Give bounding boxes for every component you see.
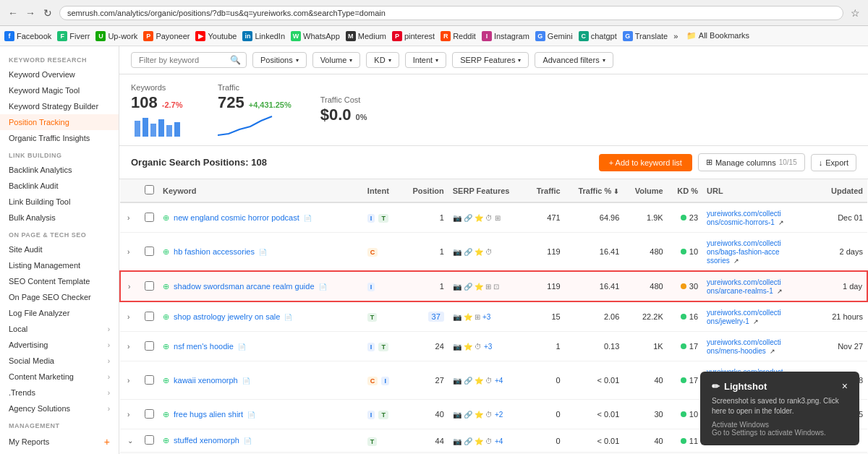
add-report-icon[interactable]: +	[104, 436, 110, 447]
keyword-filter-wrapper: 🔍	[131, 52, 247, 68]
bookmark-upwork[interactable]: U Up-work	[95, 31, 137, 41]
url-link[interactable]: yureiworks.com/collections/bags-fashion-…	[707, 239, 781, 265]
row-checkbox[interactable]	[145, 409, 154, 419]
bookmark-whatsapp[interactable]: W WhatsApp	[291, 31, 340, 41]
traffic-value: 725	[218, 93, 244, 112]
expand-row-button[interactable]: ›	[124, 213, 132, 223]
intent-badge-c: C	[367, 377, 378, 385]
collapse-row-button[interactable]: ⌄	[124, 435, 136, 446]
serp-feature-icon: 🔗	[464, 248, 472, 256]
forward-button[interactable]: →	[23, 6, 38, 20]
position-badge: 37	[428, 312, 444, 322]
sidebar-item-keyword-strategy[interactable]: Keyword Strategy Builder	[0, 98, 119, 114]
expand-row-button[interactable]: ›	[124, 312, 132, 322]
serp-features-cell: 📷 🔗 ⭐ ⏱ +2	[448, 400, 527, 429]
lightshot-title: ✏ Lightshot	[712, 381, 767, 392]
row-checkbox[interactable]	[145, 312, 154, 321]
expand-row-button[interactable]: ›	[124, 341, 132, 352]
bookmark-fiverr[interactable]: F Fiverr	[57, 31, 90, 41]
sidebar-item-agency-solutions[interactable]: Agency Solutions›	[0, 401, 119, 416]
volume-filter-button[interactable]: Volume ▾	[312, 52, 361, 68]
export-button[interactable]: ↓ Export	[811, 154, 856, 171]
positions-filter-button[interactable]: Positions ▾	[252, 52, 307, 68]
keyword-link[interactable]: hb fashion accessories	[174, 247, 255, 256]
sidebar-item-position-tracking[interactable]: Position Tracking	[0, 114, 119, 130]
browser-controls: ← → ↻	[6, 6, 55, 20]
bookmark-chatgpt[interactable]: C chatgpt	[579, 31, 617, 41]
row-checkbox[interactable]	[145, 281, 154, 291]
intent-filter-button[interactable]: Intent ▾	[405, 52, 447, 68]
select-all-checkbox[interactable]	[145, 185, 154, 194]
reload-button[interactable]: ↻	[41, 6, 55, 20]
bookmark-gemini[interactable]: G Gemini	[535, 31, 573, 41]
bookmark-linkedin[interactable]: in LinkedIn	[242, 31, 285, 41]
row-checkbox[interactable]	[145, 247, 154, 256]
advanced-filters-button[interactable]: Advanced filters ▾	[535, 52, 613, 68]
sidebar-item-bulk-analysis[interactable]: Bulk Analysis	[0, 210, 119, 226]
lightshot-popup: ✏ Lightshot × Screenshot is saved to ran…	[700, 372, 859, 445]
keyword-cell: ⊕ shop astrology jewelry on sale 📄	[158, 301, 363, 332]
bookmark-instagram[interactable]: I Instagram	[482, 31, 529, 41]
bookmark-pinterest[interactable]: P pinterest	[392, 31, 435, 41]
sidebar-item-log-file-analyzer[interactable]: Log File Analyzer	[0, 305, 119, 321]
sidebar-item-backlink-audit[interactable]: Backlink Audit	[0, 178, 119, 194]
expand-row-button[interactable]: ›	[125, 281, 133, 292]
col-intent: Intent	[363, 179, 401, 202]
sidebar-item-on-page-checker[interactable]: On Page SEO Checker	[0, 289, 119, 305]
sidebar-item-backlink-analytics[interactable]: Backlink Analytics	[0, 162, 119, 178]
url-link[interactable]: yureiworks.com/collections/cosmic-horror…	[707, 210, 781, 226]
bookmark-youtube[interactable]: ▶ Youtube	[195, 31, 237, 41]
fiverr-icon: F	[57, 31, 67, 41]
bookmark-all[interactable]: 📁 All Bookmarks	[686, 31, 749, 40]
manage-columns-button[interactable]: ⊞ Manage columns 10/15	[698, 153, 805, 171]
chatgpt-icon: C	[579, 31, 589, 41]
bookmark-facebook[interactable]: f Facebook	[4, 31, 51, 41]
sidebar-item-site-audit[interactable]: Site Audit	[0, 241, 119, 257]
bookmark-payoneer[interactable]: P Payoneer	[143, 31, 190, 41]
expand-row-button[interactable]: ›	[124, 375, 132, 386]
row-checkbox[interactable]	[145, 341, 154, 351]
keyword-link[interactable]: shop astrology jewelry on sale	[174, 312, 280, 321]
sidebar-item-local[interactable]: Local›	[0, 321, 119, 337]
sidebar-item-keyword-magic[interactable]: Keyword Magic Tool	[0, 82, 119, 98]
sidebar-item-social-media[interactable]: Social Media›	[0, 353, 119, 369]
kd-filter-button[interactable]: KD ▾	[366, 52, 399, 68]
bookmark-more[interactable]: »	[673, 32, 678, 40]
row-checkbox[interactable]	[145, 435, 154, 445]
keyword-cell: ⊕ hb fashion accessories 📄	[158, 233, 363, 272]
url-bar[interactable]: semrush.com/analytics/organic/positions/…	[59, 6, 843, 20]
sidebar-item-listing-management[interactable]: Listing Management	[0, 257, 119, 273]
add-keyword-button[interactable]: + Add to keyword list	[599, 154, 692, 171]
keyword-filter-input[interactable]	[131, 52, 247, 68]
expand-row-button[interactable]: ›	[124, 247, 132, 257]
bookmark-medium[interactable]: M Medium	[346, 31, 386, 41]
keyword-link[interactable]: stuffed xenomorph	[174, 436, 239, 445]
keyword-link[interactable]: nsf men's hoodie	[174, 342, 234, 351]
keyword-link[interactable]: shadow swordsman arcane realm guide	[174, 282, 314, 291]
row-checkbox[interactable]	[145, 213, 154, 222]
keyword-link[interactable]: free hugs alien shirt	[174, 410, 243, 419]
sidebar-item-seo-content-template[interactable]: SEO Content Template	[0, 273, 119, 289]
sidebar-item-trends[interactable]: .Trends›	[0, 385, 119, 401]
sidebar-item-link-building-tool[interactable]: Link Building Tool	[0, 194, 119, 210]
row-checkbox[interactable]	[145, 375, 154, 385]
lightshot-close-button[interactable]: ×	[842, 380, 848, 392]
sidebar-item-keyword-overview[interactable]: Keyword Overview	[0, 67, 119, 82]
svg-rect-4	[166, 125, 172, 137]
sidebar-item-organic-traffic[interactable]: Organic Traffic Insights	[0, 130, 119, 146]
filter-bar: 🔍 Positions ▾ Volume ▾ KD ▾ Intent ▾ SER…	[119, 46, 868, 74]
serp-features-filter-button[interactable]: SERP Features ▾	[452, 52, 529, 68]
bookmark-translate[interactable]: G Translate	[623, 31, 668, 41]
sidebar-item-my-reports[interactable]: My Reports +	[0, 432, 119, 451]
sidebar-item-content-marketing[interactable]: Content Marketing›	[0, 369, 119, 385]
bookmark-star[interactable]: ☆	[848, 6, 862, 20]
keyword-link[interactable]: kawaii xenomorph	[174, 376, 238, 385]
expand-row-button[interactable]: ›	[124, 409, 132, 420]
sidebar-item-advertising[interactable]: Advertising›	[0, 337, 119, 353]
bookmark-reddit[interactable]: R Reddit	[441, 31, 476, 41]
url-link[interactable]: yureiworks.com/collections/arcane-realms…	[707, 278, 781, 295]
keyword-link[interactable]: new england cosmic horror podcast	[174, 213, 299, 222]
url-link[interactable]: yureiworks.com/collections/jewelry-1	[707, 309, 781, 325]
translate-icon: G	[623, 31, 633, 41]
back-button[interactable]: ←	[6, 6, 20, 20]
